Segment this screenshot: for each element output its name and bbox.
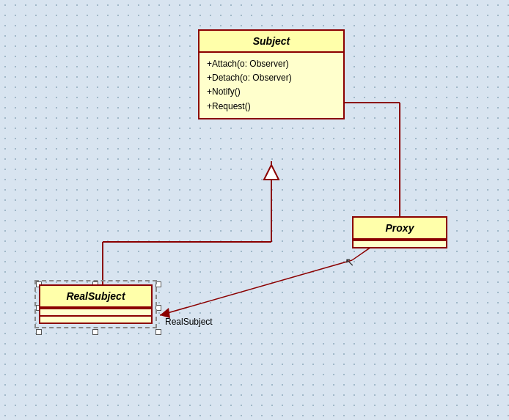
svg-marker-3 (264, 165, 279, 180)
realsubject-class-box[interactable]: RealSubject (39, 284, 153, 324)
subject-method-3: +Notify() (207, 85, 336, 99)
subject-method-4: +Request() (207, 100, 336, 114)
realsubject-association-label: RealSubject (165, 317, 213, 327)
subject-method-2: +Detach(o: Observer) (207, 71, 336, 85)
realsubject-footer-2 (40, 315, 151, 323)
selection-handle-bm (92, 329, 98, 335)
proxy-class-header: Proxy (354, 218, 446, 240)
selection-handle-mr (155, 305, 161, 311)
svg-line-7 (160, 260, 352, 315)
subject-method-1: +Attach(o: Observer) (207, 57, 336, 71)
subject-class-box[interactable]: Subject +Attach(o: Observer) +Detach(o: … (198, 29, 345, 119)
realsubject-class-header: RealSubject (40, 286, 151, 308)
proxy-class-footer (354, 240, 446, 247)
proxy-class-box[interactable]: Proxy (352, 216, 447, 248)
selection-handle-br (155, 329, 161, 335)
selection-handle-tr (155, 281, 161, 287)
subject-class-body: +Attach(o: Observer) +Detach(o: Observer… (199, 53, 343, 118)
realsubject-footer-1 (40, 308, 151, 315)
subject-class-header: Subject (199, 31, 343, 53)
selection-handle-bl (36, 329, 42, 335)
cursor-indicator: ↖ (345, 255, 354, 269)
